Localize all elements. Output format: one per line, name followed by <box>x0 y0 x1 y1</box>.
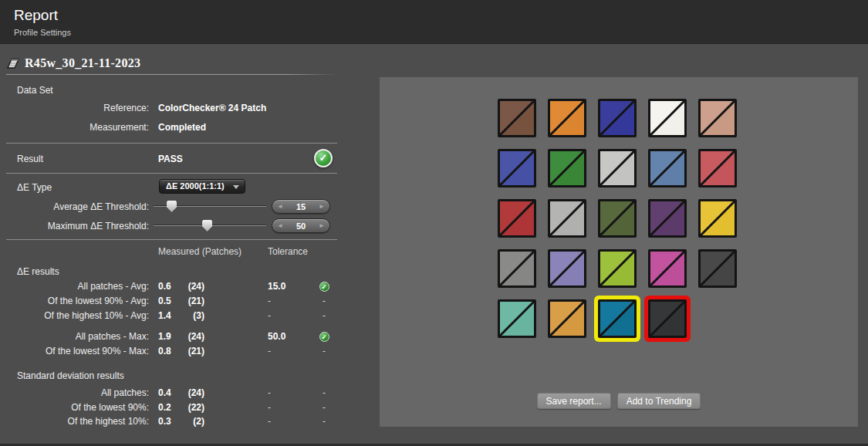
page-title: Report <box>14 7 58 24</box>
divider <box>6 239 337 240</box>
row-patch-count: (24) <box>175 331 204 342</box>
row-label: Of the lowest 90% - Avg: <box>0 296 149 306</box>
color-patch-6[interactable] <box>498 149 536 188</box>
row-measured-value: 0.6 <box>158 281 171 292</box>
avg-threshold-label: Average ΔE Threshold: <box>0 201 149 212</box>
row-patch-count: (24) <box>175 281 204 292</box>
color-patch-11[interactable] <box>498 199 536 238</box>
avg-threshold-spinner[interactable]: ◄ 15 ► <box>272 199 330 214</box>
reference-value: ColorChecker® 24 Patch <box>158 103 266 113</box>
row-status-dash: - <box>316 416 332 427</box>
color-patch-15[interactable] <box>698 199 737 238</box>
save-report-button[interactable]: Save report... <box>537 393 611 409</box>
result-label: Result <box>17 154 43 164</box>
row-tolerance: - <box>268 296 271 306</box>
add-to-trending-button[interactable]: Add to Trending <box>617 393 701 409</box>
color-patch-20[interactable] <box>698 249 737 288</box>
row-patch-count: (21) <box>175 346 204 356</box>
color-patch-1[interactable] <box>498 99 536 137</box>
max-threshold-spinner[interactable]: ◄ 50 ► <box>272 218 330 233</box>
patch-split-swatch <box>500 201 534 235</box>
patch-split-swatch <box>500 252 534 286</box>
row-patch-count: (24) <box>175 387 204 398</box>
color-patch-4[interactable] <box>648 99 687 137</box>
result-value: PASS <box>158 154 183 164</box>
de-type-selected-value: ΔE 2000(1:1:1) <box>166 181 225 191</box>
row-status-dash: - <box>316 402 332 413</box>
tolerance-column-header: Tolerance <box>268 246 308 257</box>
color-patch-8[interactable] <box>598 149 637 188</box>
color-patch-9[interactable] <box>648 149 687 188</box>
color-patch-22[interactable] <box>548 299 586 338</box>
color-patch-16[interactable] <box>498 249 536 288</box>
divider <box>6 143 337 144</box>
color-patch-18[interactable] <box>598 249 637 288</box>
row-label: All patches - Max: <box>0 331 149 342</box>
color-patch-17[interactable] <box>548 249 586 288</box>
table-row: All patches - Max:1.9(24)50.0✓ <box>0 331 337 343</box>
pass-check-icon: ✓ <box>314 149 333 167</box>
row-tolerance: - <box>268 310 271 321</box>
patch-split-swatch <box>500 151 534 185</box>
max-threshold-slider-thumb[interactable] <box>202 220 212 231</box>
table-row: Of the lowest 90% - Max:0.8(21)-- <box>0 346 337 357</box>
spinner-increment-arrow[interactable]: ► <box>319 222 325 230</box>
color-patch-3[interactable] <box>598 99 637 137</box>
row-pass-check-icon: ✓ <box>316 281 332 292</box>
table-row: All patches:0.4(24)-- <box>0 387 337 399</box>
color-patch-5[interactable] <box>698 99 737 137</box>
color-patch-19[interactable] <box>648 249 687 288</box>
row-label: Of the lowest 90%: <box>0 402 149 413</box>
table-row: Of the lowest 90%:0.2(22)-- <box>0 402 337 414</box>
measured-column-header: Measured (Patches) <box>158 246 241 257</box>
max-threshold-slider[interactable] <box>154 225 266 226</box>
patch-split-swatch <box>600 302 634 336</box>
table-section-title: Standard deviation results <box>17 370 124 381</box>
patch-split-swatch <box>701 201 735 235</box>
avg-threshold-slider-thumb[interactable] <box>167 201 177 212</box>
color-patch-2[interactable] <box>548 99 586 137</box>
table-row: Of the highest 10%:0.3(2)-- <box>0 416 337 427</box>
color-patch-21[interactable] <box>498 299 536 338</box>
row-tolerance: 15.0 <box>268 281 285 292</box>
spinner-increment-arrow[interactable]: ► <box>319 203 325 211</box>
row-label: Of the lowest 90% - Max: <box>0 346 149 356</box>
panel-buttons-row: Save report... Add to Trending <box>380 393 858 409</box>
de-type-label: ΔE Type <box>17 182 52 193</box>
row-tolerance: 50.0 <box>268 331 285 342</box>
report-name-row: R45w_30_21-11-2023 <box>6 56 140 71</box>
row-measured-value: 1.4 <box>158 310 171 321</box>
avg-threshold-slider[interactable] <box>154 205 266 207</box>
table-row: Of the lowest 90% - Avg:0.5(21)-- <box>0 296 337 307</box>
row-tolerance: - <box>268 387 271 398</box>
row-pass-check-icon: ✓ <box>316 331 332 342</box>
row-label: All patches: <box>0 387 149 398</box>
table-row: All patches - Avg:0.6(24)15.0✓ <box>0 281 337 292</box>
patch-split-swatch <box>701 252 735 286</box>
row-status-dash: - <box>316 310 332 321</box>
chevron-down-icon <box>233 185 239 189</box>
color-patch-23-selected-yellow[interactable] <box>598 299 637 338</box>
row-patch-count: (21) <box>175 296 204 306</box>
max-threshold-label: Maximum ΔE Threshold: <box>0 221 149 231</box>
color-patch-12[interactable] <box>548 199 586 238</box>
divider <box>6 173 337 174</box>
patch-split-swatch <box>600 101 634 135</box>
row-tolerance: - <box>268 402 271 413</box>
color-patch-13[interactable] <box>598 199 637 238</box>
color-patch-10[interactable] <box>698 149 737 188</box>
row-tolerance: - <box>268 346 271 356</box>
page-subtitle: Profile Settings <box>14 28 71 37</box>
color-patch-24-selected-red[interactable] <box>648 299 687 338</box>
patch-split-swatch <box>500 302 534 336</box>
row-measured-value: 0.5 <box>158 296 171 306</box>
patch-split-swatch <box>701 101 735 135</box>
patch-preview-panel: Save report... Add to Trending <box>380 77 858 427</box>
measurement-label: Measurement: <box>0 122 149 133</box>
app-header: Report Profile Settings <box>0 0 868 44</box>
color-patch-7[interactable] <box>548 149 586 188</box>
de-type-dropdown[interactable]: ΔE 2000(1:1:1) <box>159 179 245 194</box>
color-patch-14[interactable] <box>648 199 687 238</box>
title-divider <box>6 74 337 75</box>
row-label: Of the highest 10% - Avg: <box>0 310 149 321</box>
